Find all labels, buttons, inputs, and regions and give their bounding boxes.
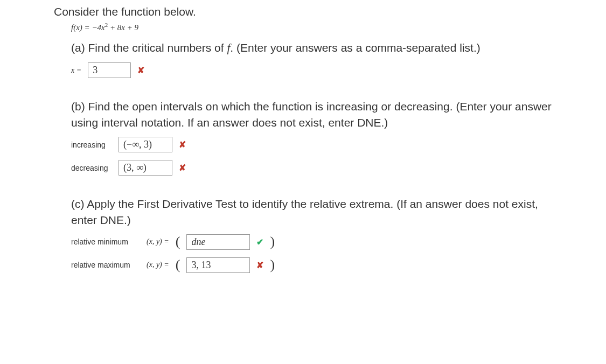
function-definition: f(x) = −4x2 + 8x + 9 xyxy=(71,22,552,32)
wrong-icon: ✘ xyxy=(256,260,263,270)
close-paren: ) xyxy=(270,235,275,249)
part-a-answer-row: x = 3 ✘ xyxy=(71,62,552,78)
part-b-increasing-row: increasing (−∞, 3) ✘ xyxy=(71,137,552,152)
part-a-label: x = xyxy=(71,66,81,75)
wrong-icon: ✘ xyxy=(179,139,186,150)
correct-icon: ✔ xyxy=(256,237,263,247)
relative-max-input[interactable]: 3, 13 xyxy=(186,257,250,273)
relative-min-label: relative minimum xyxy=(71,237,140,246)
part-a-text: (a) Find the critical numbers of f. (Ent… xyxy=(71,40,552,56)
part-b-text: (b) Find the open intervals on which the… xyxy=(71,99,552,130)
open-paren: ( xyxy=(176,235,180,249)
relative-max-label: relative maximum xyxy=(71,261,140,269)
part-c-max-row: relative maximum (x, y) = ( 3, 13 ✘ ) xyxy=(71,257,552,273)
decreasing-label: decreasing xyxy=(71,164,112,172)
open-paren: ( xyxy=(176,258,180,272)
part-c-min-row: relative minimum (x, y) = ( dne ✔ ) xyxy=(71,234,552,250)
wrong-icon: ✘ xyxy=(137,65,144,75)
xy-label: (x, y) = xyxy=(147,237,169,246)
intro-text: Consider the function below. xyxy=(54,5,552,18)
part-a-block: (a) Find the critical numbers of f. (Ent… xyxy=(71,40,552,78)
part-c-text: (c) Apply the First Derivative Test to i… xyxy=(71,196,552,228)
xy-label: (x, y) = xyxy=(147,261,169,269)
decreasing-input[interactable]: (3, ∞) xyxy=(119,160,172,176)
part-a-input[interactable]: 3 xyxy=(88,62,131,78)
relative-min-input[interactable]: dne xyxy=(186,234,250,250)
wrong-icon: ✘ xyxy=(179,163,186,173)
increasing-input[interactable]: (−∞, 3) xyxy=(119,137,172,152)
part-b-block: (b) Find the open intervals on which the… xyxy=(71,99,552,176)
part-c-block: (c) Apply the First Derivative Test to i… xyxy=(71,196,552,273)
increasing-label: increasing xyxy=(71,141,112,149)
close-paren: ) xyxy=(270,258,275,272)
part-b-decreasing-row: decreasing (3, ∞) ✘ xyxy=(71,160,552,176)
